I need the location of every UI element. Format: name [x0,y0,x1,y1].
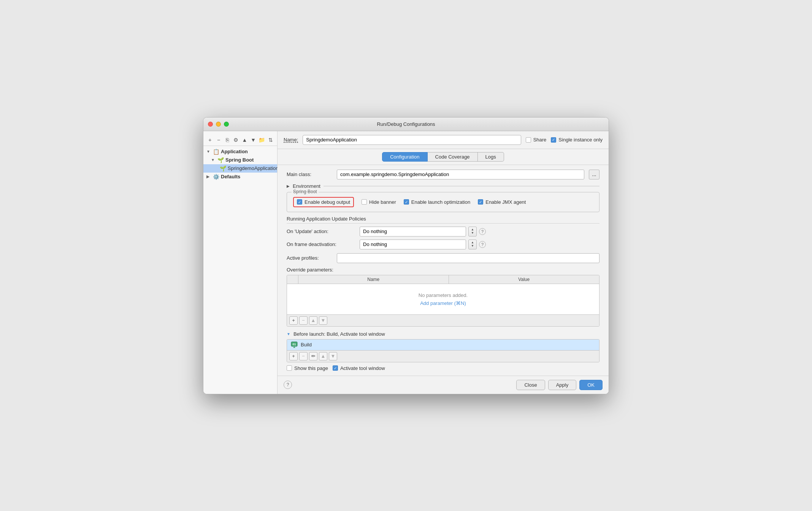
remove-config-button[interactable]: − [215,136,222,144]
sort-button[interactable]: ⇅ [267,136,274,144]
settings-button[interactable]: ⚙ [232,136,239,144]
tree-arrow-defaults: ▶ [206,175,211,179]
environment-divider [324,186,599,186]
frame-deactivation-select[interactable]: Do nothing [360,240,466,249]
svg-text:01: 01 [293,343,296,346]
show-page-label: Show this page [294,365,328,371]
active-profiles-input[interactable] [337,253,599,263]
tab-configuration[interactable]: Configuration [382,152,427,162]
tree-arrow-spring-boot: ▼ [211,158,216,162]
svg-marker-2 [293,346,295,348]
build-toolbar: + − ✏ ▲ ▼ [287,350,599,362]
add-param-link[interactable]: Add parameter (⌘N) [420,300,466,306]
build-icon: 01 [291,341,298,348]
defaults-label: Defaults [221,174,240,179]
enable-jmx-agent-item[interactable]: ✓ Enable JMX agent [478,199,526,205]
maximize-button[interactable] [224,122,229,127]
tab-code-coverage[interactable]: Code Coverage [428,152,478,162]
main-class-label: Main class: [287,171,332,177]
build-remove-button[interactable]: − [299,352,308,360]
help-button[interactable]: ? [284,381,292,389]
enable-jmx-agent-checkbox[interactable]: ✓ [478,199,483,205]
enable-debug-output-checkbox[interactable]: ✓ [297,199,302,205]
single-instance-area: ✓ Single instance only [551,137,603,143]
move-down-button[interactable]: ▼ [250,136,257,144]
frame-arrow-up-icon: ▲ [471,241,474,244]
application-icon: 📋 [213,149,219,155]
hide-banner-item[interactable]: Hide banner [362,199,396,205]
tabs-bar: Configuration Code Coverage Logs [278,149,609,165]
build-edit-button[interactable]: ✏ [309,352,317,360]
build-item-label: Build [301,342,312,348]
tree-arrow-application: ▼ [206,149,211,154]
sidebar-item-application[interactable]: ▼ 📋 Application [203,148,277,156]
environment-row[interactable]: ▶ Environment [287,183,599,189]
share-label: Share [533,137,547,143]
sidebar-item-spring-boot[interactable]: ▼ 🌱 Spring Boot [203,156,277,164]
update-action-label: On 'Update' action: [287,229,355,234]
build-item[interactable]: 01 Build [287,340,599,350]
folder-button[interactable]: 📁 [259,136,266,144]
environment-label: Environment [293,183,320,189]
show-page-checkbox[interactable] [287,365,292,371]
show-page-item[interactable]: Show this page [287,365,328,371]
hide-banner-checkbox[interactable] [362,199,367,205]
build-add-button[interactable]: + [289,352,298,360]
sidebar-item-springdemo[interactable]: 🌱 SpringdemoApplication [203,164,277,173]
add-config-button[interactable]: + [206,136,214,144]
hide-banner-label: Hide banner [369,199,396,205]
params-add-button[interactable]: + [289,316,298,325]
no-params-text: No parameters added. [419,292,468,298]
main-class-browse-button[interactable]: ... [589,170,599,179]
before-launch-header[interactable]: ▼ Before launch: Build, Activate tool wi… [287,331,599,337]
environment-arrow: ▶ [287,184,290,188]
activate-window-item[interactable]: ✓ Activate tool window [333,365,385,371]
copy-config-button[interactable]: ⎘ [224,136,231,144]
activate-window-checkbox[interactable]: ✓ [333,365,338,371]
main-class-input[interactable] [337,170,584,179]
before-launch-label: Before launch: Build, Activate tool wind… [293,331,385,337]
build-up-button[interactable]: ▲ [319,352,327,360]
build-list: 01 Build + − ✏ ▲ ▼ [287,339,599,362]
update-action-help-icon[interactable]: ? [479,228,486,235]
update-action-arrows[interactable]: ▲ ▼ [468,227,477,236]
params-remove-button[interactable]: − [299,316,308,325]
policies-title: Running Application Update Policies [287,216,599,224]
build-down-button[interactable]: ▼ [329,352,337,360]
single-instance-checkbox[interactable]: ✓ [551,137,556,143]
frame-deactivation-help-icon[interactable]: ? [479,241,486,248]
checkboxes-row: ✓ Enable debug output Hide banner ✓ Enab… [293,197,593,207]
tab-logs[interactable]: Logs [478,152,504,162]
params-col-checkbox [287,275,298,284]
before-launch-section: ▼ Before launch: Build, Activate tool wi… [287,331,599,371]
update-action-select-wrapper: Do nothing ▲ ▼ ? [360,227,486,236]
apply-button[interactable]: Apply [548,380,577,390]
move-up-button[interactable]: ▲ [241,136,248,144]
sidebar-item-defaults[interactable]: ▶ ⚙️ Defaults [203,173,277,181]
enable-launch-optimization-checkbox[interactable]: ✓ [404,199,409,205]
params-up-button[interactable]: ▲ [309,316,317,325]
minimize-button[interactable] [216,122,221,127]
share-checkbox[interactable] [526,137,531,143]
enable-launch-optimization-item[interactable]: ✓ Enable launch optimization [404,199,470,205]
close-button[interactable]: Close [516,380,545,390]
frame-deactivation-arrows[interactable]: ▲ ▼ [468,240,477,249]
close-button[interactable] [208,122,213,127]
sidebar-toolbar: + − ⎘ ⚙ ▲ ▼ 📁 ⇅ [203,134,277,146]
name-input[interactable] [303,135,521,145]
springdemo-icon: 🌱 [220,165,226,171]
single-instance-label: Single instance only [558,137,603,143]
policies-section: Running Application Update Policies On '… [287,216,599,249]
config-body: Main class: ... ▶ Environment Spring Boo… [278,165,609,376]
update-arrow-up-icon: ▲ [471,228,474,231]
window-title: Run/Debug Configurations [377,121,435,127]
update-arrow-down-icon: ▼ [471,232,474,235]
params-down-button[interactable]: ▼ [319,316,327,325]
update-action-select[interactable]: Do nothing [360,227,466,236]
main-content: + − ⎘ ⚙ ▲ ▼ 📁 ⇅ ▼ 📋 Application ▼ 🌱 Spri… [203,131,609,394]
activate-window-label: Activate tool window [340,365,385,371]
ok-button[interactable]: OK [579,380,603,390]
title-bar: Run/Debug Configurations [203,117,609,131]
enable-debug-output-item[interactable]: ✓ Enable debug output [293,197,354,207]
active-profiles-row: Active profiles: [287,253,599,263]
